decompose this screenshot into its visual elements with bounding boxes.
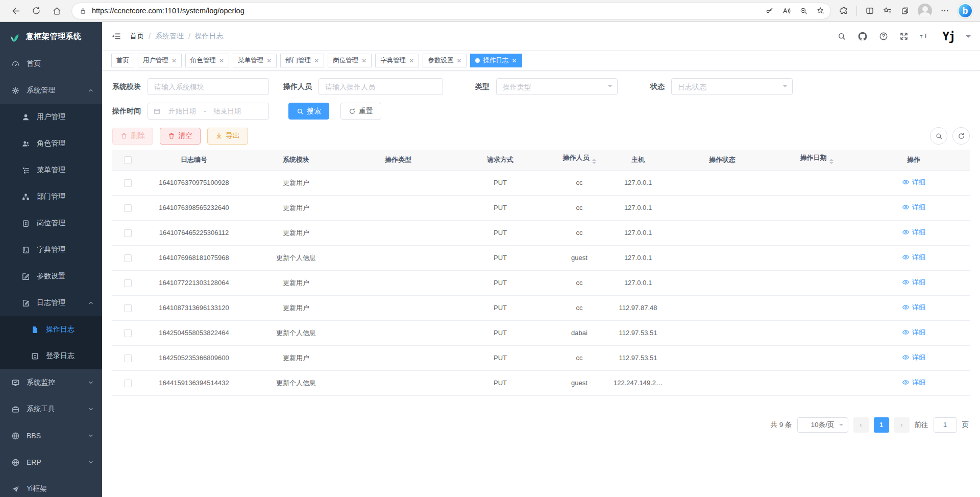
sidebar-item-bbs[interactable]: BBS	[0, 422, 102, 449]
tab-dept-mgmt[interactable]: 部门管理✕	[280, 54, 324, 67]
zoom-out-icon[interactable]	[799, 7, 808, 15]
date-range-picker[interactable]: -	[148, 103, 269, 120]
sidebar-item-menu-mgmt[interactable]: 菜单管理	[0, 157, 102, 183]
sidebar-item-yi-framework[interactable]: Yi框架	[0, 476, 102, 497]
read-aloud-icon[interactable]	[782, 6, 791, 15]
refresh-icon[interactable]	[28, 2, 45, 19]
yj-logo[interactable]: Yj	[942, 30, 954, 43]
profile-avatar[interactable]	[918, 4, 932, 18]
sidebar-item-oper-log[interactable]: 操作日志	[0, 316, 102, 343]
sidebar-item-dept-mgmt[interactable]: 部门管理	[0, 183, 102, 210]
chevron-down-icon[interactable]	[966, 35, 971, 40]
row-checkbox[interactable]	[124, 380, 132, 387]
back-icon[interactable]	[7, 2, 24, 19]
sidebar-item-log-mgmt[interactable]: 日志管理	[0, 290, 102, 316]
start-date-input[interactable]	[164, 107, 201, 115]
row-checkbox[interactable]	[124, 304, 132, 312]
close-icon[interactable]: ✕	[219, 57, 224, 64]
collections-icon[interactable]	[900, 6, 910, 15]
url-text[interactable]: https://ccnetcore.com:1101/system/log/op…	[92, 7, 765, 15]
row-checkbox[interactable]	[124, 329, 132, 337]
search-button[interactable]: 搜索	[288, 103, 329, 120]
close-icon[interactable]: ✕	[172, 57, 177, 64]
tab-role-mgmt[interactable]: 角色管理✕	[185, 54, 229, 67]
sort-control[interactable]	[829, 157, 834, 166]
split-screen-icon[interactable]	[865, 6, 874, 15]
github-icon[interactable]	[857, 31, 868, 41]
question-icon[interactable]	[879, 32, 888, 41]
tab-oper-log[interactable]: 操作日志✕	[470, 54, 522, 67]
detail-link[interactable]: 详细	[902, 203, 925, 212]
detail-link[interactable]: 详细	[902, 278, 925, 287]
tab-home[interactable]: 首页	[111, 54, 134, 67]
close-icon[interactable]: ✕	[456, 57, 461, 64]
extensions-icon[interactable]	[839, 6, 848, 15]
row-checkbox[interactable]	[124, 279, 132, 287]
detail-link[interactable]: 详细	[902, 353, 925, 362]
sidebar-item-param-settings[interactable]: 参数设置	[0, 263, 102, 290]
detail-link[interactable]: 详细	[902, 178, 925, 187]
detail-link[interactable]: 详细	[902, 328, 925, 337]
sidebar-item-dict-mgmt[interactable]: 字典管理	[0, 236, 102, 263]
tab-post-mgmt[interactable]: 岗位管理✕	[328, 54, 372, 67]
end-date-input[interactable]	[209, 107, 246, 115]
sidebar-item-erp[interactable]: ERP	[0, 449, 102, 476]
table-refresh-button[interactable]	[952, 127, 970, 145]
tab-menu-mgmt[interactable]: 菜单管理✕	[233, 54, 277, 67]
font-size-icon[interactable]: TT	[920, 32, 931, 41]
sidebar-item-system-monitor[interactable]: 系统监控	[0, 369, 102, 396]
tab-user-mgmt[interactable]: 用户管理✕	[138, 54, 182, 67]
close-icon[interactable]: ✕	[361, 57, 366, 64]
module-input[interactable]	[148, 78, 269, 95]
search-icon[interactable]	[837, 32, 846, 41]
delete-button[interactable]: 删除	[112, 128, 153, 145]
favorite-add-icon[interactable]	[816, 6, 825, 15]
close-icon[interactable]: ✕	[409, 57, 414, 64]
bing-chat-icon[interactable]: b	[958, 3, 973, 18]
row-checkbox[interactable]	[124, 179, 132, 187]
more-icon[interactable]	[940, 6, 949, 15]
key-icon[interactable]	[765, 7, 774, 15]
row-checkbox[interactable]	[124, 229, 132, 237]
close-icon[interactable]: ✕	[314, 57, 319, 64]
home-icon[interactable]	[48, 2, 65, 19]
export-button[interactable]: 导出	[207, 128, 248, 145]
close-icon[interactable]: ✕	[511, 57, 517, 64]
sidebar-item-system-mgmt[interactable]: 系统管理	[0, 77, 102, 104]
sidebar-item-post-mgmt[interactable]: 岗位管理	[0, 210, 102, 236]
row-checkbox[interactable]	[124, 354, 132, 362]
detail-link[interactable]: 详细	[902, 303, 925, 312]
reset-button[interactable]: 重置	[340, 103, 381, 120]
status-select[interactable]	[671, 78, 793, 95]
close-icon[interactable]: ✕	[266, 57, 272, 64]
sidebar-item-role-mgmt[interactable]: 角色管理	[0, 130, 102, 157]
sidebar-fold-icon[interactable]	[111, 31, 121, 41]
operator-input[interactable]	[318, 78, 443, 95]
prev-page-button[interactable]: ‹	[853, 417, 869, 433]
sidebar-item-home[interactable]: 首页	[0, 51, 102, 77]
sidebar-item-login-log[interactable]: 登录日志	[0, 343, 102, 369]
fullscreen-icon[interactable]	[899, 32, 909, 41]
address-bar[interactable]: https://ccnetcore.com:1101/system/log/op…	[71, 3, 831, 19]
detail-link[interactable]: 详细	[902, 253, 925, 262]
detail-link[interactable]: 详细	[902, 378, 925, 387]
row-checkbox[interactable]	[124, 204, 132, 212]
sort-control[interactable]	[592, 157, 596, 166]
sidebar-item-system-tools[interactable]: 系统工具	[0, 396, 102, 422]
clear-button[interactable]: 清空	[160, 128, 201, 145]
row-checkbox[interactable]	[124, 254, 132, 262]
next-page-button[interactable]: ›	[894, 417, 910, 433]
favorites-bar-icon[interactable]	[883, 6, 892, 16]
breadcrumb-home[interactable]: 首页	[130, 32, 144, 41]
select-all-checkbox[interactable]	[124, 156, 132, 164]
goto-page-input[interactable]	[934, 417, 957, 433]
sidebar-item-user-mgmt[interactable]: 用户管理	[0, 104, 102, 130]
detail-link[interactable]: 详细	[902, 228, 925, 237]
tab-param-settings[interactable]: 参数设置✕	[423, 54, 467, 67]
page-1-button[interactable]: 1	[874, 417, 889, 433]
table-search-toggle-button[interactable]	[930, 127, 947, 145]
type-select[interactable]	[496, 78, 618, 95]
document-icon	[31, 325, 39, 334]
page-size-select[interactable]: 10条/页	[797, 417, 848, 433]
tab-dict-mgmt[interactable]: 字典管理✕	[375, 54, 419, 67]
